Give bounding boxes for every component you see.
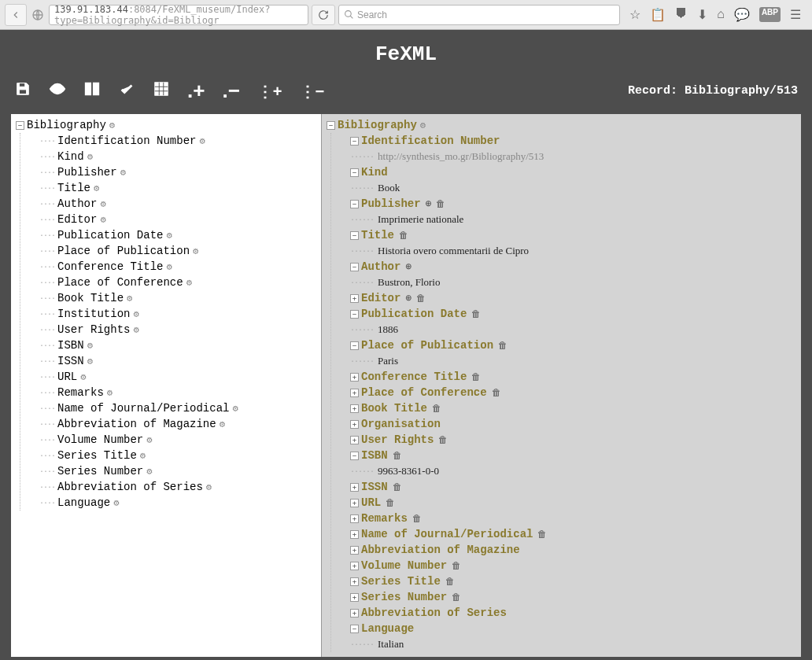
gear-icon[interactable]: ⚙	[193, 245, 198, 257]
data-item[interactable]: −Place of Publication 🗑	[331, 337, 801, 353]
schema-item[interactable]: ····Publication Date⚙	[20, 227, 321, 243]
trash-icon[interactable]: 🗑	[492, 387, 501, 399]
check-icon[interactable]	[118, 80, 135, 102]
list-add-icon[interactable]: ⋮+	[257, 82, 282, 101]
trash-icon[interactable]: 🗑	[393, 450, 402, 462]
expander-icon[interactable]: −	[350, 310, 359, 319]
expander-icon[interactable]: +	[350, 420, 359, 429]
data-item[interactable]: +URL 🗑	[331, 495, 801, 511]
schema-item[interactable]: ····Title⚙	[20, 180, 321, 196]
schema-item[interactable]: ····Publisher⚙	[20, 164, 321, 180]
expander-icon[interactable]: +	[350, 546, 359, 555]
data-item[interactable]: −Title 🗑	[331, 227, 801, 243]
schema-item[interactable]: ····User Rights⚙	[20, 322, 321, 337]
remove-icon[interactable]: .−	[222, 79, 239, 103]
trash-icon[interactable]: 🗑	[386, 497, 395, 509]
data-item[interactable]: +ISSN 🗑	[331, 479, 801, 495]
gear-icon[interactable]: ⚙	[87, 151, 93, 163]
menu-icon[interactable]: ☰	[790, 7, 801, 22]
trash-icon[interactable]: 🗑	[432, 403, 441, 415]
data-value-row[interactable]: ······Historia overo commentarii de Cipr…	[331, 243, 801, 259]
preview-icon[interactable]	[49, 80, 66, 102]
gear-icon[interactable]: ⚙	[146, 466, 152, 477]
data-item[interactable]: +Abbreviation of Magazine	[331, 542, 801, 558]
gear-icon[interactable]: ⚙	[120, 167, 126, 179]
schema-item[interactable]: ····Editor⚙	[20, 212, 321, 227]
pocket-icon[interactable]: ⛊	[675, 7, 688, 22]
bookmark-icon[interactable]: ☆	[629, 7, 640, 22]
trash-icon[interactable]: 🗑	[412, 513, 422, 525]
gear-icon[interactable]: ⚙	[100, 198, 105, 210]
schema-item[interactable]: ····Abbreviation of Magazine⚙	[20, 416, 321, 432]
collapse-icon[interactable]: −	[327, 121, 335, 130]
gear-icon[interactable]: ⚙	[109, 120, 115, 131]
schema-item[interactable]: ····Author⚙	[20, 196, 321, 212]
gear-icon[interactable]: ⚙	[206, 481, 212, 493]
expander-icon[interactable]: +	[350, 514, 359, 523]
gear-icon[interactable]: ⚙	[94, 183, 99, 194]
expander-icon[interactable]: +	[350, 562, 359, 570]
data-value-row[interactable]: ······Italian	[331, 636, 801, 652]
data-item[interactable]: +User Rights 🗑	[331, 432, 801, 448]
gear-icon[interactable]: ⚙	[166, 230, 172, 242]
expander-icon[interactable]: +	[350, 577, 359, 586]
schema-item[interactable]: ····Place of Publication⚙	[20, 243, 321, 259]
schema-item[interactable]: ····Series Title⚙	[20, 448, 321, 463]
schema-item[interactable]: ····Language⚙	[20, 495, 321, 511]
data-item[interactable]: +Name of Journal/Periodical 🗑	[331, 526, 801, 542]
schema-item[interactable]: ····Remarks⚙	[20, 385, 321, 400]
expander-icon[interactable]: +	[350, 436, 359, 444]
schema-item[interactable]: ····Series Number⚙	[20, 463, 321, 479]
plus-circle-icon[interactable]: ⊕	[405, 260, 412, 273]
data-value-row[interactable]: ······Bustron, Florio	[331, 275, 801, 290]
data-value-row[interactable]: ······http://synthesis_mo.gr/Bibliograph…	[331, 149, 801, 164]
expander-icon[interactable]: −	[350, 341, 359, 350]
expander-icon[interactable]: +	[350, 499, 359, 507]
gear-icon[interactable]: ⚙	[220, 418, 225, 430]
data-value-row[interactable]: ······Imprimerie nationale	[331, 212, 801, 227]
expander-icon[interactable]: −	[350, 452, 359, 460]
gear-icon[interactable]: ⚙	[127, 293, 132, 304]
gear-icon[interactable]: ⚙	[133, 308, 138, 320]
expander-icon[interactable]: +	[350, 483, 359, 492]
expander-icon[interactable]: −	[350, 231, 359, 240]
plus-circle-icon[interactable]: ⊕	[405, 292, 412, 304]
schema-item[interactable]: ····Volume Number⚙	[20, 432, 321, 448]
data-item[interactable]: −Author ⊕	[331, 259, 801, 275]
gear-icon[interactable]: ⚙	[232, 403, 238, 415]
data-value-row[interactable]: ······Book	[331, 180, 801, 196]
expander-icon[interactable]: +	[350, 373, 359, 382]
expander-icon[interactable]: +	[350, 530, 359, 539]
trash-icon[interactable]: 🗑	[537, 529, 547, 540]
schema-item[interactable]: ····Institution⚙	[20, 306, 321, 322]
gear-icon[interactable]: ⚙	[87, 340, 93, 352]
split-icon[interactable]	[83, 80, 101, 102]
data-value-row[interactable]: ······9963-8361-0-0	[331, 463, 801, 479]
collapse-icon[interactable]: −	[16, 121, 24, 130]
expander-icon[interactable]: +	[350, 609, 359, 618]
data-item[interactable]: −Identification Number	[331, 133, 801, 149]
expander-icon[interactable]: −	[350, 200, 359, 208]
data-value-row[interactable]: ······Paris	[331, 353, 801, 369]
data-item[interactable]: +Conference Title 🗑	[331, 369, 801, 385]
trash-icon[interactable]: 🗑	[445, 576, 455, 588]
trash-icon[interactable]: 🗑	[471, 371, 481, 383]
data-item[interactable]: +Series Title 🗑	[331, 573, 801, 589]
expander-icon[interactable]: +	[350, 404, 359, 413]
trash-icon[interactable]: 🗑	[452, 592, 461, 603]
gear-icon[interactable]: ⚙	[80, 371, 86, 383]
gear-icon[interactable]: ⚙	[87, 356, 93, 367]
data-item[interactable]: +Editor ⊕🗑	[331, 290, 801, 306]
gear-icon[interactable]: ⚙	[100, 214, 105, 226]
grid-icon[interactable]	[153, 80, 170, 102]
expander-icon[interactable]: +	[350, 389, 359, 397]
data-item[interactable]: +Place of Conference 🗑	[331, 385, 801, 400]
add-icon[interactable]: .+	[187, 79, 205, 103]
data-item[interactable]: −Language	[331, 621, 801, 636]
back-button[interactable]	[5, 4, 27, 26]
schema-item[interactable]: ····Book Title⚙	[20, 290, 321, 306]
data-item[interactable]: +Volume Number 🗑	[331, 558, 801, 573]
trash-icon[interactable]: 🗑	[399, 230, 408, 242]
gear-icon[interactable]: ⚙	[199, 135, 205, 147]
schema-item[interactable]: ····Name of Journal/Periodical⚙	[20, 400, 321, 416]
